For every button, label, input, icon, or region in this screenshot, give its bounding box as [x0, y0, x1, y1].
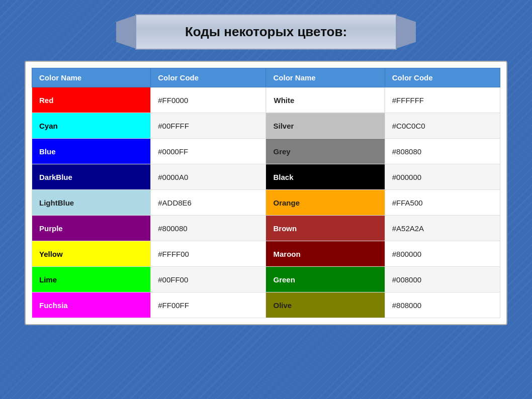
right-color-swatch: White	[266, 87, 384, 113]
table-row: Cyan#00FFFFSilver#C0C0C0	[32, 113, 500, 139]
left-color-cell: Purple	[32, 216, 151, 241]
left-color-code: #ADD8E6	[151, 190, 266, 216]
right-color-swatch: Black	[266, 164, 384, 189]
header-color-name-1: Color Name	[32, 68, 151, 87]
color-table-container: Color Name Color Code Color Name Color C…	[25, 61, 507, 325]
header-color-code-1: Color Code	[151, 68, 266, 87]
table-row: Yellow#FFFF00Maroon#800000	[32, 241, 500, 267]
left-color-code: #00FFFF	[151, 113, 266, 139]
table-row: Purple#800080Brown#A52A2A	[32, 216, 500, 241]
right-color-cell: White	[266, 87, 385, 113]
right-color-swatch: Green	[266, 267, 384, 292]
left-color-cell: LightBlue	[32, 190, 151, 216]
left-color-code: #FFFF00	[151, 241, 266, 267]
table-header-row: Color Name Color Code Color Name Color C…	[32, 68, 500, 87]
left-color-swatch: Fuchsia	[32, 292, 150, 318]
right-color-code: #A52A2A	[385, 216, 500, 241]
left-color-code: #0000A0	[151, 164, 266, 190]
right-color-cell: Orange	[266, 190, 385, 216]
table-row: Blue#0000FFGrey#808080	[32, 139, 500, 164]
left-color-code: #FF0000	[151, 87, 266, 113]
left-color-swatch: DarkBlue	[32, 164, 150, 189]
right-color-swatch: Olive	[266, 292, 384, 318]
right-color-code: #008000	[385, 267, 500, 292]
left-color-cell: Blue	[32, 139, 151, 164]
right-color-code: #808000	[385, 292, 500, 318]
left-color-swatch: Cyan	[32, 113, 150, 138]
left-color-cell: DarkBlue	[32, 164, 151, 190]
left-color-code: #00FF00	[151, 267, 266, 292]
table-row: Fuchsia#FF00FFOlive#808000	[32, 292, 500, 318]
banner: Коды некоторых цветов:	[135, 14, 397, 50]
table-row: LightBlue#ADD8E6Orange#FFA500	[32, 190, 500, 216]
right-color-code: #FFFFFF	[385, 87, 500, 113]
right-color-cell: Black	[266, 164, 385, 190]
right-color-swatch: Maroon	[266, 241, 384, 266]
right-color-cell: Olive	[266, 292, 385, 318]
color-table: Color Name Color Code Color Name Color C…	[32, 68, 500, 318]
right-color-swatch: Brown	[266, 216, 384, 241]
right-color-code: #C0C0C0	[385, 113, 500, 139]
right-color-cell: Silver	[266, 113, 385, 139]
left-color-code: #800080	[151, 216, 266, 241]
left-color-swatch: Purple	[32, 216, 150, 241]
left-color-swatch: Yellow	[32, 241, 150, 266]
left-color-swatch: Blue	[32, 139, 150, 164]
right-color-cell: Grey	[266, 139, 385, 164]
left-color-cell: Yellow	[32, 241, 151, 267]
table-row: Lime#00FF00Green#008000	[32, 267, 500, 292]
right-color-swatch: Grey	[266, 139, 384, 164]
right-color-cell: Green	[266, 267, 385, 292]
header-color-code-2: Color Code	[385, 68, 500, 87]
left-color-swatch: Lime	[32, 267, 150, 292]
right-color-code: #808080	[385, 139, 500, 164]
left-color-swatch: LightBlue	[32, 190, 150, 215]
header-color-name-2: Color Name	[266, 68, 385, 87]
right-color-cell: Brown	[266, 216, 385, 241]
left-color-cell: Cyan	[32, 113, 151, 139]
left-color-cell: Fuchsia	[32, 292, 151, 318]
left-color-cell: Red	[32, 87, 151, 113]
table-row: Red#FF0000White#FFFFFF	[32, 87, 500, 113]
right-color-code: #FFA500	[385, 190, 500, 216]
left-color-code: #0000FF	[151, 139, 266, 164]
right-color-code: #000000	[385, 164, 500, 190]
left-color-code: #FF00FF	[151, 292, 266, 318]
table-row: DarkBlue#0000A0Black#000000	[32, 164, 500, 190]
right-color-cell: Maroon	[266, 241, 385, 267]
banner-title: Коды некоторых цветов:	[185, 24, 347, 39]
right-color-swatch: Orange	[266, 190, 384, 215]
left-color-swatch: Red	[32, 87, 150, 113]
left-color-cell: Lime	[32, 267, 151, 292]
right-color-code: #800000	[385, 241, 500, 267]
right-color-swatch: Silver	[266, 113, 384, 138]
